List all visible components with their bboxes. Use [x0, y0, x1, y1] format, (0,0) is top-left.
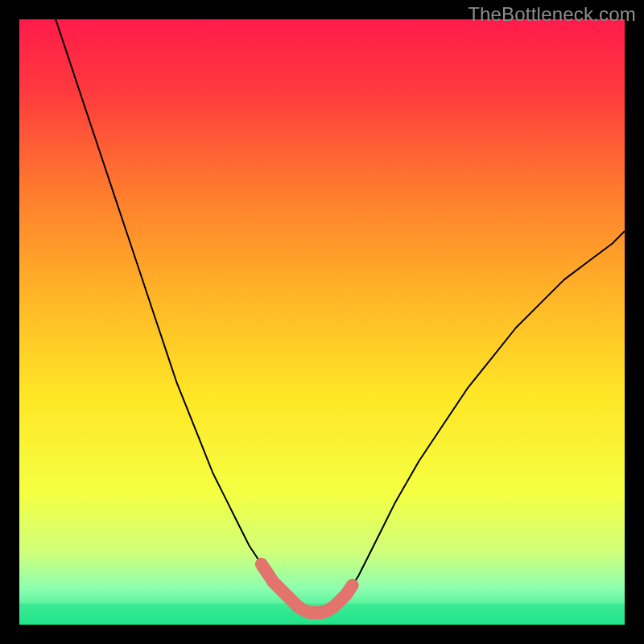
- watermark-text: TheBottleneck.com: [468, 3, 636, 26]
- chart-canvas: [19, 19, 625, 625]
- gradient-background: [19, 19, 625, 625]
- bottleneck-chart: [19, 19, 625, 625]
